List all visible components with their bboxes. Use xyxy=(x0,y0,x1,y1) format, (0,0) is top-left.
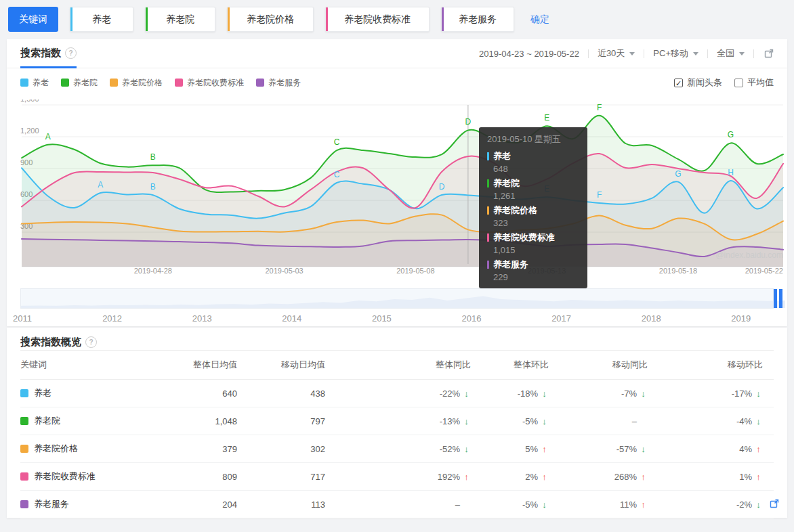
keyword-input-2[interactable]: 养老院 xyxy=(145,7,215,32)
chart-controls: 2019-04-23 ~ 2019-05-22 近30天 PC+移动 全国 xyxy=(479,47,774,60)
help-icon[interactable] xyxy=(65,47,77,59)
region-dropdown[interactable]: 全国 xyxy=(717,47,745,60)
legend-swatch xyxy=(256,79,264,87)
legend-swatch xyxy=(110,79,118,87)
overall-avg-value: 809 xyxy=(173,472,237,482)
slider-handle-left[interactable] xyxy=(774,289,777,308)
keyword-text: 养老院价格 xyxy=(247,14,294,26)
mom-mobile-value: 4%↑ xyxy=(648,444,774,454)
trend-chart[interactable]: 3006009001,2001,500ABCDEFGHABCDEFG2019-0… xyxy=(20,99,786,277)
svg-text:@index.baidu.com: @index.baidu.com xyxy=(715,250,783,260)
chart-area: 3006009001,2001,500ABCDEFGHABCDEFG2019-0… xyxy=(20,99,774,280)
legend-item[interactable]: 养老服务 xyxy=(256,77,301,89)
overview-panel: 搜索指数概览 关键词 整体日均值 移动日均值 整体同比 整体环比 移动同比 移动… xyxy=(7,328,787,518)
mobile-avg-value: 797 xyxy=(237,416,325,426)
svg-text:C: C xyxy=(334,137,340,147)
trend-arrow: ↑ xyxy=(754,444,763,454)
tooltip-item: 养老服务 229 xyxy=(487,259,579,282)
svg-text:C: C xyxy=(334,170,340,179)
news-headline-checkbox[interactable]: 新闻头条 xyxy=(674,76,722,89)
svg-text:1,500: 1,500 xyxy=(20,99,39,103)
confirm-button[interactable]: 确定 xyxy=(530,14,549,26)
mom-all-value: -18%↓ xyxy=(471,389,549,399)
tooltip-color-bar xyxy=(487,179,489,187)
overview-title: 搜索指数概览 xyxy=(20,336,81,347)
tooltip-color-bar xyxy=(487,261,489,269)
col-mom-mobile: 移动环比 xyxy=(648,359,774,371)
trend-arrow: ↓ xyxy=(754,416,763,426)
keyword-color-chip xyxy=(20,472,28,481)
device-dropdown[interactable]: PC+移动 xyxy=(653,47,698,60)
overview-title-row: 搜索指数概览 xyxy=(20,328,774,351)
svg-text:2019-05-03: 2019-05-03 xyxy=(265,267,303,275)
average-checkbox[interactable]: 平均值 xyxy=(734,76,774,89)
keyword-color-chip xyxy=(20,445,28,453)
tooltip-color-bar xyxy=(487,206,489,215)
table-row: 养老院收费标准 809 717 192%↑ 2%↑ 268%↑ 1%↑ xyxy=(20,463,774,491)
trend-arrow: ↓ xyxy=(540,416,549,426)
legend-item[interactable]: 养老 xyxy=(20,77,49,89)
overall-avg-value: 204 xyxy=(173,500,237,510)
range-dropdown[interactable]: 近30天 xyxy=(598,47,635,60)
trend-arrow: ↓ xyxy=(754,500,763,510)
chevron-down-icon xyxy=(629,52,635,58)
col-yoy-mobile: 移动同比 xyxy=(549,359,648,371)
legend-item[interactable]: 养老院 xyxy=(61,77,98,89)
keyword-input-1[interactable]: 养老 xyxy=(70,7,133,32)
svg-text:G: G xyxy=(675,169,681,179)
table-row: 养老服务 204 113 – -5%↓ 11%↑ -2%↓ xyxy=(20,491,774,518)
keyword-name: 养老院价格 xyxy=(34,443,78,455)
trend-arrow: ↑ xyxy=(754,472,763,482)
svg-text:2019-05-08: 2019-05-08 xyxy=(396,267,434,275)
trend-arrow: ↑ xyxy=(540,444,549,454)
tooltip-item: 养老院 1,261 xyxy=(487,177,579,201)
timeline-sparkline xyxy=(21,289,785,308)
external-link-icon[interactable] xyxy=(764,49,774,58)
year-label: 2015 xyxy=(372,313,392,324)
year-label: 2017 xyxy=(551,313,571,324)
tooltip-item: 养老院收费标准 1,015 xyxy=(487,231,579,255)
tooltip-color-bar xyxy=(487,152,489,160)
yoy-mobile-value: – xyxy=(549,416,648,426)
year-label: 2016 xyxy=(462,313,482,324)
svg-text:D: D xyxy=(465,117,472,127)
overall-avg-value: 640 xyxy=(173,389,237,399)
mom-mobile-value: -4%↓ xyxy=(648,416,774,426)
export-link-icon[interactable] xyxy=(770,499,779,511)
keyword-input-5[interactable]: 养老服务 xyxy=(441,7,514,32)
trend-arrow: ↓ xyxy=(639,389,648,399)
help-icon[interactable] xyxy=(85,336,97,348)
legend-swatch xyxy=(20,79,28,87)
trend-arrow: ↑ xyxy=(639,472,648,482)
tooltip-value: 229 xyxy=(493,272,579,282)
col-keyword: 关键词 xyxy=(20,359,173,371)
tab-search-index[interactable]: 搜索指数 xyxy=(20,39,77,68)
trend-arrow: ↓ xyxy=(462,416,471,426)
yoy-mobile-value: -7%↓ xyxy=(549,389,648,399)
chevron-down-icon xyxy=(693,52,698,58)
table-row: 养老院价格 379 302 -52%↓ 5%↑ -57%↓ 4%↑ xyxy=(20,435,774,463)
keyword-color-chip xyxy=(20,389,28,397)
keyword-color-chip xyxy=(20,417,28,425)
keyword-input-3[interactable]: 养老院价格 xyxy=(227,7,314,32)
keyword-input-4[interactable]: 养老院收费标准 xyxy=(325,7,430,32)
legend-item[interactable]: 养老院价格 xyxy=(110,77,163,89)
mobile-avg-value: 438 xyxy=(237,389,325,399)
timeline-year-axis: 201120122013201420152016201720182019 xyxy=(20,311,774,326)
mom-mobile-value: 1%↑ xyxy=(648,472,774,482)
col-yoy-all: 整体同比 xyxy=(325,359,471,371)
legend-item[interactable]: 养老院收费标准 xyxy=(175,77,244,89)
tooltip-item: 养老院价格 323 xyxy=(487,204,579,228)
search-index-panel: 搜索指数 2019-04-23 ~ 2019-05-22 近30天 PC+移动 … xyxy=(7,39,787,326)
yoy-all-value: – xyxy=(325,500,471,510)
keyword-label-button[interactable]: 关键词 xyxy=(8,7,58,32)
svg-text:B: B xyxy=(150,182,156,192)
keyword-color-bar xyxy=(146,7,148,31)
timeline-slider[interactable] xyxy=(20,288,774,309)
mom-all-value: -5%↓ xyxy=(471,500,549,510)
keyword-bar: 关键词 养老 养老院 养老院价格 养老院收费标准 养老服务 确定 xyxy=(0,0,794,39)
slider-handle-right[interactable] xyxy=(779,289,782,308)
trend-arrow: ↑ xyxy=(462,472,471,482)
trend-arrow: ↓ xyxy=(540,500,549,510)
mom-all-value: 2%↑ xyxy=(471,472,549,482)
